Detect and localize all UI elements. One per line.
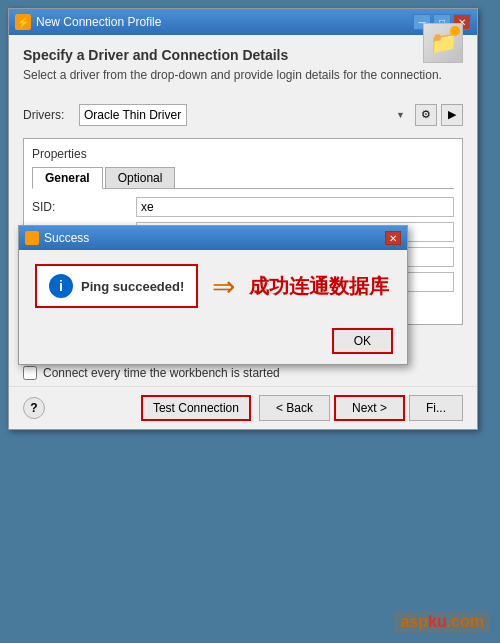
driver-info-icon[interactable]: ▶ bbox=[441, 104, 463, 126]
chinese-success-text: 成功连通数据库 bbox=[249, 273, 389, 300]
success-body: i Ping succeeded! ⇒ 成功连通数据库 bbox=[19, 250, 407, 322]
section-desc: Select a driver from the drop-down and p… bbox=[23, 67, 442, 84]
ping-success-box: i Ping succeeded! bbox=[35, 264, 198, 308]
success-title-left: Success bbox=[25, 231, 89, 245]
arrow-icon: ⇒ bbox=[212, 270, 235, 303]
ok-button[interactable]: OK bbox=[332, 328, 393, 354]
bottom-right: Test Connection < Back Next > Fi... bbox=[141, 395, 463, 421]
success-title-bar: Success ✕ bbox=[19, 226, 407, 250]
properties-label: Properties bbox=[32, 147, 454, 161]
title-bar: ⚡ New Connection Profile ─ □ ✕ bbox=[9, 9, 477, 35]
main-window: ⚡ New Connection Profile ─ □ ✕ Specify a… bbox=[8, 8, 478, 430]
sid-label: SID: bbox=[32, 197, 132, 217]
checkbox-workbench-label: Connect every time the workbench is star… bbox=[43, 366, 280, 380]
ping-message: Ping succeeded! bbox=[81, 279, 184, 294]
success-dialog: Success ✕ i Ping succeeded! ⇒ 成功连通数据库 OK bbox=[18, 225, 408, 365]
info-icon: i bbox=[49, 274, 73, 298]
sid-input[interactable] bbox=[136, 197, 454, 217]
window-title: New Connection Profile bbox=[36, 15, 161, 29]
success-title-text: Success bbox=[44, 231, 89, 245]
bottom-left: ? bbox=[23, 397, 45, 419]
back-button[interactable]: < Back bbox=[259, 395, 330, 421]
driver-select-wrapper: Oracle Thin Driver bbox=[79, 104, 409, 126]
checkbox-workbench-connect[interactable] bbox=[23, 366, 37, 380]
help-button[interactable]: ? bbox=[23, 397, 45, 419]
next-button[interactable]: Next > bbox=[334, 395, 405, 421]
title-bar-left: ⚡ New Connection Profile bbox=[15, 14, 161, 30]
success-close-button[interactable]: ✕ bbox=[385, 231, 401, 245]
tab-optional[interactable]: Optional bbox=[105, 167, 176, 188]
bottom-bar: ? Test Connection < Back Next > Fi... bbox=[9, 386, 477, 429]
checkbox-row-2: Connect every time the workbench is star… bbox=[23, 366, 463, 380]
success-app-icon bbox=[25, 231, 39, 245]
watermark-text: aspku.com bbox=[400, 613, 484, 630]
driver-row: Drivers: Oracle Thin Driver ⚙ ▶ bbox=[23, 104, 463, 126]
test-connection-button[interactable]: Test Connection bbox=[141, 395, 251, 421]
driver-label: Drivers: bbox=[23, 108, 73, 122]
success-footer: OK bbox=[19, 322, 407, 364]
logo-icon: 📁 bbox=[423, 23, 463, 63]
finish-button[interactable]: Fi... bbox=[409, 395, 463, 421]
driver-select[interactable]: Oracle Thin Driver bbox=[79, 104, 187, 126]
tabs: General Optional bbox=[32, 167, 454, 189]
tab-general[interactable]: General bbox=[32, 167, 103, 189]
app-icon: ⚡ bbox=[15, 14, 31, 30]
section-title: Specify a Driver and Connection Details bbox=[23, 47, 442, 63]
nav-buttons: < Back Next > Fi... bbox=[259, 395, 463, 421]
driver-icons: ⚙ ▶ bbox=[415, 104, 463, 126]
driver-edit-icon[interactable]: ⚙ bbox=[415, 104, 437, 126]
watermark: aspku.com bbox=[394, 611, 490, 633]
